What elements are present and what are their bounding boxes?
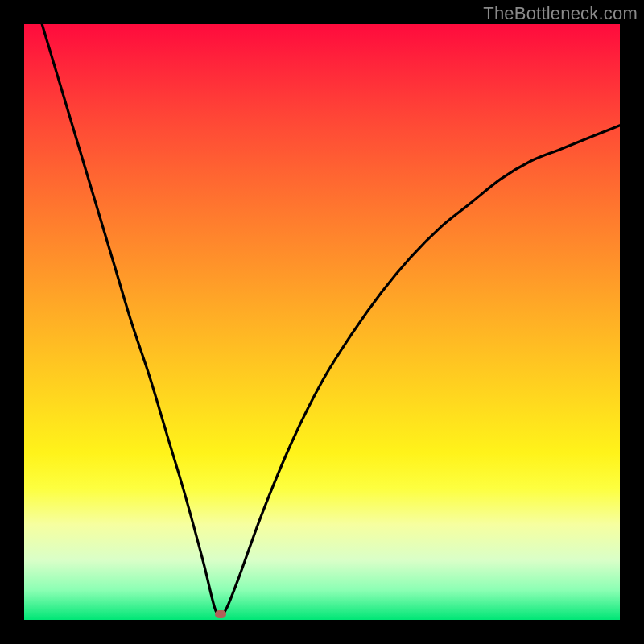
bottleneck-curve — [24, 24, 620, 620]
plot-area — [24, 24, 620, 620]
chart-frame: TheBottleneck.com — [0, 0, 644, 644]
watermark-text: TheBottleneck.com — [483, 3, 638, 24]
vertex-marker — [215, 610, 226, 618]
